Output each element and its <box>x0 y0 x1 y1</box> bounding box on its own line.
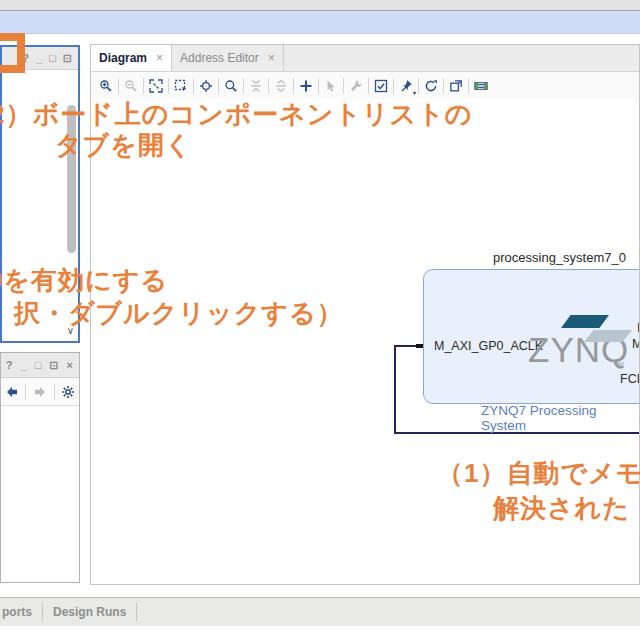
block-instance-name[interactable]: processing_system7_0 <box>493 250 626 265</box>
forward-arrow-icon[interactable] <box>32 383 47 401</box>
clock-wire[interactable] <box>394 345 396 434</box>
help-icon[interactable]: ? <box>6 359 13 371</box>
annotation-step2-line1: 2）ボード上のコンポーネントリストの <box>0 97 472 132</box>
tab-diagram[interactable]: Diagram × <box>91 45 172 71</box>
settings-gear-icon[interactable] <box>61 383 76 401</box>
interface-connection-icon[interactable] <box>472 77 490 95</box>
block-type-caption: ZYNQ7 Processing System <box>481 403 639 433</box>
minimize-icon[interactable]: _ <box>21 359 27 371</box>
float-icon[interactable]: ⊡ <box>49 359 58 372</box>
title-bar-band <box>0 11 640 34</box>
divider <box>218 78 219 94</box>
close-tab-icon[interactable]: × <box>156 51 163 65</box>
left-properties-panel[interactable]: ? _ □ ⊡ × <box>0 352 80 583</box>
window-top-strip <box>0 0 640 11</box>
maximize-icon[interactable]: □ <box>49 52 56 64</box>
highlight-rectangle-annotation <box>0 33 25 73</box>
close-icon[interactable]: × <box>67 359 73 371</box>
right-port-fragment: I <box>637 321 639 335</box>
annotation-enable-line1: 0を有効にする <box>0 263 168 298</box>
port-m-axi-gp0-aclk[interactable]: M_AXI_GP0_ACLK <box>434 339 543 353</box>
divider <box>25 384 26 400</box>
divider <box>418 78 419 94</box>
search-icon[interactable] <box>222 77 240 95</box>
make-external-icon[interactable] <box>322 77 340 95</box>
divider <box>268 78 269 94</box>
autofit-target-icon[interactable] <box>197 77 215 95</box>
refresh-icon[interactable] <box>422 77 440 95</box>
zoom-fit-icon[interactable] <box>147 77 165 95</box>
minimize-icon[interactable]: _ <box>36 52 42 64</box>
diagram-toolbar: ▾ <box>91 72 639 100</box>
annotation-enable-line2: 択・ダブルクリックする） <box>14 296 343 331</box>
zynq-logo-tm: TM <box>615 361 624 367</box>
panel-header: ? _ □ ⊡ × <box>1 353 79 378</box>
divider <box>368 78 369 94</box>
bottom-tab-bar: ports Design Runs <box>0 597 640 626</box>
pin-dropdown-caret[interactable]: ▾ <box>413 89 416 96</box>
divider <box>143 78 144 94</box>
right-port-fragment: FCL <box>620 372 639 386</box>
zoom-selection-icon[interactable] <box>172 77 190 95</box>
divider <box>318 78 319 94</box>
divider <box>168 78 169 94</box>
tab-reports[interactable]: ports <box>2 605 32 619</box>
divider <box>343 78 344 94</box>
divider <box>42 603 43 621</box>
validate-design-icon[interactable] <box>372 77 390 95</box>
annotation-step2-line2: タブを開く <box>55 128 192 163</box>
divider <box>193 78 194 94</box>
properties-toolbar <box>1 378 79 406</box>
add-ip-icon[interactable] <box>297 77 315 95</box>
tab-label: Address Editor <box>180 51 259 65</box>
tab-design-runs[interactable]: Design Runs <box>53 605 126 619</box>
divider <box>243 78 244 94</box>
back-arrow-icon[interactable] <box>4 383 19 401</box>
tab-address-editor[interactable]: Address Editor × <box>172 45 284 71</box>
divider <box>293 78 294 94</box>
annotation-step1-line1: （1）自動でメモ <box>437 456 640 491</box>
divider <box>468 78 469 94</box>
pin-icon[interactable]: ▾ <box>397 77 415 95</box>
divider <box>54 384 55 400</box>
zoom-in-icon[interactable] <box>97 77 115 95</box>
divider <box>118 78 119 94</box>
right-port-fragment: M <box>632 337 639 351</box>
tab-label: Diagram <box>99 51 147 65</box>
divider <box>443 78 444 94</box>
expand-icon[interactable] <box>272 77 290 95</box>
zoom-out-icon[interactable] <box>122 77 140 95</box>
annotation-step1-line2: 解決された <box>493 491 630 526</box>
regenerate-layout-icon[interactable] <box>447 77 465 95</box>
close-tab-icon[interactable]: × <box>268 51 275 65</box>
customize-wrench-icon[interactable] <box>347 77 365 95</box>
float-icon[interactable]: ⊡ <box>63 52 72 65</box>
divider <box>393 78 394 94</box>
diagram-tabstrip: Diagram × Address Editor × <box>91 45 639 72</box>
collapse-icon[interactable] <box>247 77 265 95</box>
maximize-icon[interactable]: □ <box>35 359 42 371</box>
divider <box>136 603 137 621</box>
